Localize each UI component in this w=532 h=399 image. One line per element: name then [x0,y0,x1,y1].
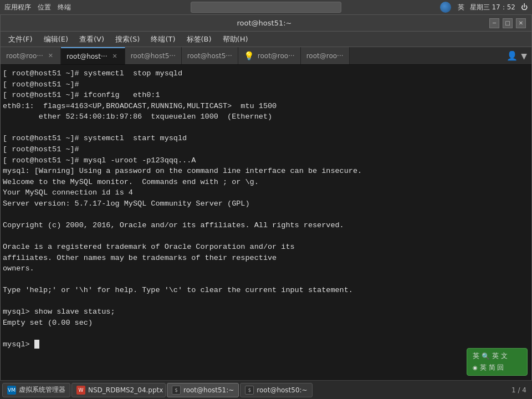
ppt-icon: W [76,386,85,395]
app-menu[interactable]: 应用程序 [4,3,31,12]
title-bar: root@host51:~ ─ □ ✕ [1,15,531,32]
overlay-top: 英 🔍 英 文 [473,351,521,361]
window-title: root@host51:~ [39,19,489,27]
terminal-menu[interactable]: 终端 [58,3,71,12]
taskbar-vm-label: 虚拟系统管理器 [19,385,65,395]
system-bar-center [191,0,341,14]
overlay-top-label: 英 文 [492,351,508,361]
tab-6-label: root@roo··· [306,52,344,60]
menu-search[interactable]: 搜索(S) [111,33,144,46]
tab-2[interactable]: root@host··· ✕ [61,47,125,64]
tabs-bar: root@roo··· ✕ root@host··· ✕ root@host5·… [1,47,531,65]
tab-4[interactable]: root@host5··· [182,47,238,64]
tab-2-label: root@host··· [66,53,107,60]
menu-edit[interactable]: 编辑(E) [39,33,73,46]
taskbar-term1-label: root@host51:~ [183,386,234,394]
term1-icon: $ [172,386,181,395]
taskbar: VM 虚拟系统管理器 W NSD_RDBMS2_04.pptx * - WP··… [0,380,532,399]
light-icon: 💡 [244,51,254,61]
menu-terminal[interactable]: 终端(T) [146,33,180,46]
maximize-button[interactable]: □ [503,18,513,28]
tab-3-label: root@host5··· [131,52,176,60]
language-indicator[interactable]: 英 [458,3,464,12]
overlay-bottom: ◉ 英 简 回 [473,363,521,372]
terminal-content[interactable]: [ root@host51 ~]# systemctl stop mysqld … [1,65,531,398]
menu-view[interactable]: 查看(V) [75,33,109,46]
menu-tabs[interactable]: 标签(B) [182,33,216,46]
overlay-badge: 英 🔍 英 文 ◉ 英 简 回 [467,348,528,376]
tab-4-label: root@host5··· [187,52,232,60]
menu-bar: 文件(F) 编辑(E) 查看(V) 搜索(S) 终端(T) 标签(B) 帮助(H… [1,32,531,47]
term2-icon: $ [245,386,254,395]
minimize-button[interactable]: ─ [489,18,499,28]
tabs-end: 👤 ▼ [502,47,531,64]
menu-file[interactable]: 文件(F) [4,33,37,46]
overlay-search-icon: 🔍 [482,352,490,360]
overlay-arrow-icon: ◉ [473,365,478,371]
vm-icon: VM [7,386,16,395]
terminal-window: root@host51:~ ─ □ ✕ 文件(F) 编辑(E) 查看(V) 搜索… [0,14,532,399]
system-search[interactable] [191,2,341,13]
tab-dropdown-icon[interactable]: ▼ [521,52,527,60]
system-bar: 应用程序 位置 终端 英 星期三 17：52 ⏻ [0,0,532,14]
tab-6[interactable]: root@roo··· [301,47,350,64]
taskbar-term2[interactable]: $ root@host50:~ [240,383,312,397]
overlay-lang-icon: 英 [473,351,479,361]
tab-3[interactable]: root@host5··· [125,47,182,64]
system-bar-left: 应用程序 位置 终端 [4,3,71,12]
location-menu[interactable]: 位置 [38,3,51,12]
close-button[interactable]: ✕ [516,18,526,28]
taskbar-term2-label: root@host50:~ [257,386,307,394]
window-controls: ─ □ ✕ [489,18,526,28]
overlay-bottom-label: 英 简 回 [480,363,504,372]
taskbar-ppt[interactable]: W NSD_RDBMS2_04.pptx * - WP··· [71,383,166,397]
taskbar-term1[interactable]: $ root@host51:~ [167,383,239,397]
taskbar-vm-manager[interactable]: VM 虚拟系统管理器 [2,383,70,397]
tab-5-label: root@roo··· [258,52,295,60]
globe-icon [440,2,451,13]
datetime: 星期三 17：52 [470,3,515,12]
tab-2-close[interactable]: ✕ [110,52,119,60]
tab-1[interactable]: root@roo··· ✕ [1,47,61,64]
tab-1-label: root@roo··· [6,52,43,60]
taskbar-ppt-label: NSD_RDBMS2_04.pptx * - WP··· [88,386,166,394]
tab-profile-icon[interactable]: 👤 [507,50,518,61]
system-bar-right: 英 星期三 17：52 ⏻ [440,2,528,13]
page-indicator: 1 / 4 [511,386,530,394]
cursor-block [34,340,39,349]
power-icon[interactable]: ⏻ [521,3,528,11]
tab-1-close[interactable]: ✕ [47,52,55,60]
menu-help[interactable]: 帮助(H) [218,33,253,46]
terminal-output: [ root@host51 ~]# systemctl stop mysqld … [3,68,529,350]
tab-5[interactable]: 💡 root@roo··· [238,47,301,64]
